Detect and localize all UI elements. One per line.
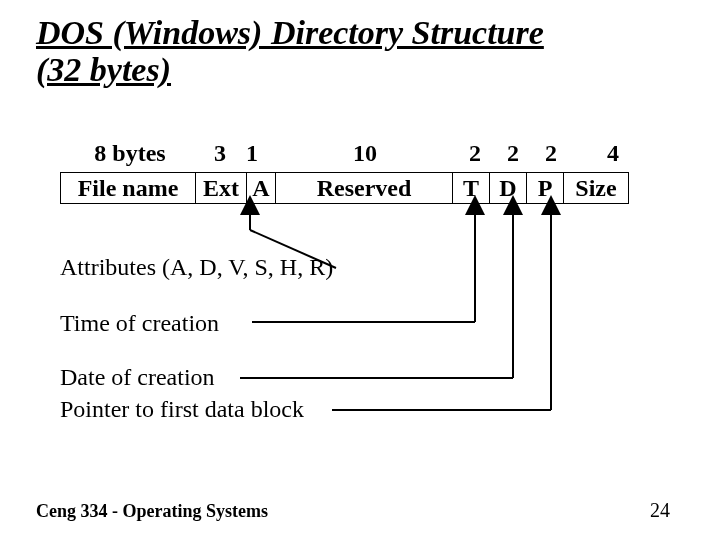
bytes-label-reserved: 10 xyxy=(290,140,440,167)
bytes-label-attr: 1 xyxy=(240,140,264,167)
bytes-label-ext: 3 xyxy=(200,140,240,167)
slide: DOS (Windows) Directory Structure (32 by… xyxy=(0,0,720,540)
cell-filename: File name xyxy=(61,173,196,204)
layout-table: File name Ext A Reserved T D P Size xyxy=(60,172,629,204)
bytes-label-filename: 8 bytes xyxy=(70,140,190,167)
label-attributes: Attributes (A, D, V, S, H, R) xyxy=(60,254,333,281)
bytes-label-time: 2 xyxy=(460,140,490,167)
cell-date: D xyxy=(490,173,527,204)
cell-time: T xyxy=(453,173,490,204)
cell-attr: A xyxy=(247,173,276,204)
cell-ptr: P xyxy=(527,173,564,204)
footer-page: 24 xyxy=(650,499,670,522)
bytes-label-size: 4 xyxy=(588,140,638,167)
footer-course: Ceng 334 - Operating Systems xyxy=(36,501,268,522)
title-line-1: DOS (Windows) Directory Structure xyxy=(36,14,544,51)
cell-ext: Ext xyxy=(196,173,247,204)
label-time: Time of creation xyxy=(60,310,219,337)
title-line-2: (32 bytes) xyxy=(36,51,171,88)
label-date: Date of creation xyxy=(60,364,215,391)
slide-title: DOS (Windows) Directory Structure (32 by… xyxy=(36,14,686,89)
bytes-label-ptr: 2 xyxy=(536,140,566,167)
cell-reserved: Reserved xyxy=(276,173,453,204)
label-pointer: Pointer to first data block xyxy=(60,396,304,423)
cell-size: Size xyxy=(564,173,629,204)
bytes-label-date: 2 xyxy=(498,140,528,167)
